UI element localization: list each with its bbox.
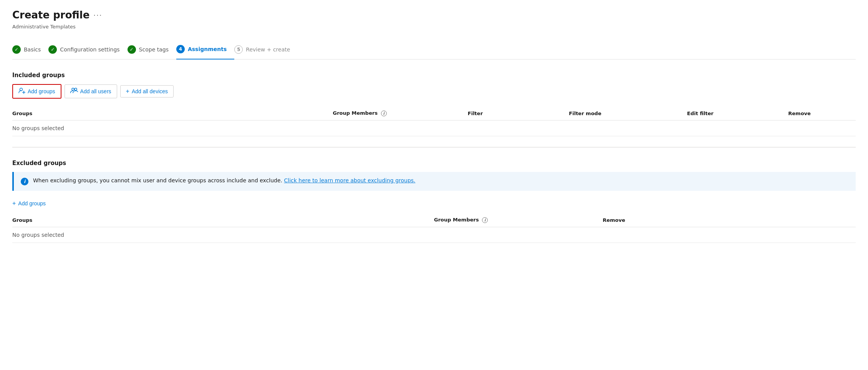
step-assignments-num-icon: 4	[176, 45, 185, 53]
wizard-steps: ✓ Basics ✓ Configuration settings ✓ Scop…	[12, 40, 856, 59]
excluded-members-info-icon[interactable]: i	[482, 217, 488, 223]
step-config-check-icon: ✓	[48, 45, 57, 54]
section-divider	[12, 147, 856, 147]
step-scope-tags[interactable]: ✓ Scope tags	[128, 41, 176, 59]
excluded-info-banner: i When excluding groups, you cannot mix …	[12, 172, 856, 191]
step-review-num-icon: 5	[234, 45, 243, 54]
step-scope-check-icon: ✓	[128, 45, 136, 54]
step-assignments-label: Assignments	[188, 46, 227, 52]
included-add-all-devices-label: Add all devices	[132, 88, 168, 94]
included-col-remove: Remove	[788, 106, 856, 121]
excluded-col-remove: Remove	[603, 213, 856, 227]
excluded-col-groups: Groups	[12, 213, 434, 227]
info-banner-text: When excluding groups, you cannot mix us…	[33, 177, 416, 183]
svg-point-4	[75, 88, 77, 91]
included-add-all-users-label: Add all users	[80, 88, 111, 94]
excluded-groups-table: Groups Group Members i Remove No groups …	[12, 213, 856, 243]
included-col-filtermode: Filter mode	[569, 106, 687, 121]
included-groups-header: Included groups	[12, 72, 856, 79]
included-add-all-users-icon	[70, 87, 78, 96]
included-add-all-devices-icon: +	[126, 88, 129, 95]
step-config-label: Configuration settings	[60, 46, 119, 53]
included-empty-row: No groups selected	[12, 121, 856, 136]
page-title-ellipsis: ···	[93, 11, 102, 19]
step-basics-label: Basics	[24, 46, 41, 53]
included-groups-actions: Add groups Add all users + Add all devic…	[12, 84, 856, 99]
step-review-label: Review + create	[246, 46, 290, 53]
included-empty-message: No groups selected	[12, 121, 856, 136]
step-scope-label: Scope tags	[139, 46, 169, 53]
included-col-editfilter: Edit filter	[687, 106, 788, 121]
step-basics-check-icon: ✓	[12, 45, 21, 54]
included-groups-section: Included groups Add groups	[12, 72, 856, 136]
included-add-groups-button[interactable]: Add groups	[12, 84, 61, 99]
included-col-groups: Groups	[12, 106, 333, 121]
page-title: Create profile ···	[12, 9, 102, 21]
excluded-empty-row: No groups selected	[12, 227, 856, 243]
excluded-groups-section: Excluded groups i When excluding groups,…	[12, 160, 856, 243]
info-banner-icon: i	[21, 178, 28, 185]
step-review-create[interactable]: 5 Review + create	[234, 41, 298, 59]
step-assignments[interactable]: 4 Assignments	[176, 40, 234, 59]
included-members-info-icon[interactable]: i	[381, 111, 387, 116]
included-add-groups-icon	[18, 87, 25, 96]
step-configuration-settings[interactable]: ✓ Configuration settings	[48, 41, 127, 59]
included-add-all-devices-button[interactable]: + Add all devices	[120, 85, 174, 97]
included-col-filter: Filter	[468, 106, 569, 121]
page-title-text: Create profile	[12, 9, 89, 21]
excluded-add-groups-button[interactable]: + Add groups	[12, 200, 46, 213]
excluded-add-groups-icon: +	[12, 200, 16, 207]
page-title-container: Create profile ···	[12, 9, 856, 22]
excluded-empty-message: No groups selected	[12, 227, 856, 243]
included-col-members: Group Members i	[333, 106, 467, 121]
step-basics[interactable]: ✓ Basics	[12, 41, 48, 59]
excluded-col-members: Group Members i	[434, 213, 603, 227]
included-add-all-users-button[interactable]: Add all users	[65, 84, 117, 98]
included-groups-table: Groups Group Members i Filter Filter mod…	[12, 106, 856, 136]
excluded-groups-header: Excluded groups	[12, 160, 856, 167]
excluded-add-groups-label: Add groups	[18, 200, 46, 206]
svg-point-3	[72, 88, 74, 91]
info-banner-link[interactable]: Click here to learn more about excluding…	[284, 177, 416, 183]
included-add-groups-label: Add groups	[28, 88, 55, 94]
page-subtitle: Administrative Templates	[12, 24, 856, 30]
